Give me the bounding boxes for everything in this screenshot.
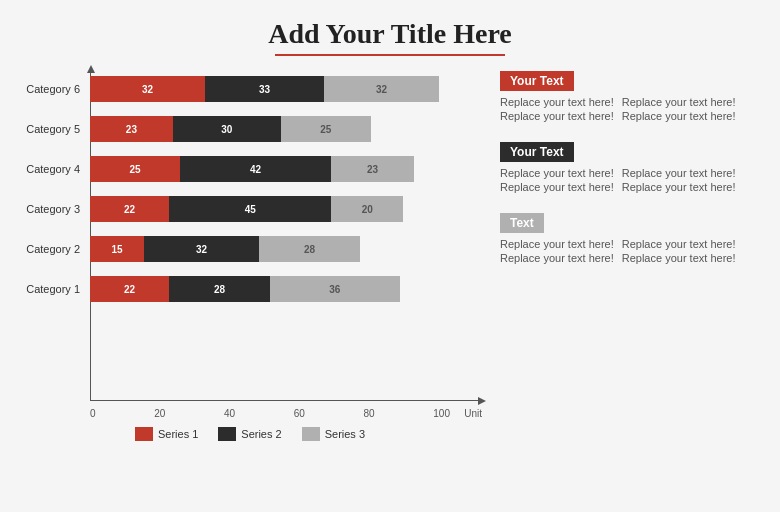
replace-text: Replace your text here!	[622, 252, 736, 264]
page-container: Add Your Title Here Category 6323332Cate…	[0, 0, 780, 512]
bar-group: 323332	[90, 76, 439, 102]
bar-segment-s3: 23	[331, 156, 414, 182]
x-axis-label: 80	[364, 408, 375, 419]
x-axis-label: 60	[294, 408, 305, 419]
bar-segment-s1: 25	[90, 156, 180, 182]
replace-text: Replace your text here!	[622, 238, 736, 250]
replace-text: Replace your text here!	[500, 252, 614, 264]
chart-area: Category 6323332Category 5233025Category…	[20, 71, 480, 441]
text-row: Replace your text here!Replace your text…	[500, 96, 770, 108]
legend-item: Series 1	[135, 427, 198, 441]
replace-text: Replace your text here!	[622, 96, 736, 108]
replace-text: Replace your text here!	[622, 167, 736, 179]
bar-group: 153228	[90, 236, 360, 262]
x-axis-label: 0	[90, 408, 96, 419]
bar-segment-s2: 30	[173, 116, 281, 142]
legend-item: Series 2	[218, 427, 281, 441]
bar-group: 224520	[90, 196, 403, 222]
bar-segment-s1: 15	[90, 236, 144, 262]
bar-category-label: Category 4	[20, 156, 88, 182]
legend: Series 1Series 2Series 3	[20, 427, 410, 441]
page-title: Add Your Title Here	[0, 18, 780, 50]
bar-segment-s3: 36	[270, 276, 400, 302]
bar-segment-s3: 25	[281, 116, 371, 142]
text-badge: Your Text	[500, 142, 574, 162]
bar-row: Category 2153228	[90, 236, 480, 262]
replace-text: Replace your text here!	[500, 238, 614, 250]
bar-category-label: Category 2	[20, 236, 88, 262]
replace-text: Replace your text here!	[500, 181, 614, 193]
x-axis-label: 20	[154, 408, 165, 419]
bar-category-label: Category 6	[20, 76, 88, 102]
text-badge: Text	[500, 213, 544, 233]
bar-row: Category 3224520	[90, 196, 480, 222]
unit-label: Unit	[464, 408, 482, 419]
content-area: Category 6323332Category 5233025Category…	[0, 66, 780, 441]
bar-segment-s3: 20	[331, 196, 403, 222]
legend-label: Series 2	[241, 428, 281, 440]
text-block: TextReplace your text here!Replace your …	[500, 213, 770, 266]
legend-label: Series 1	[158, 428, 198, 440]
bar-segment-s1: 23	[90, 116, 173, 142]
right-panel: Your TextReplace your text here!Replace …	[480, 71, 770, 441]
bar-row: Category 5233025	[90, 116, 480, 142]
bar-segment-s1: 32	[90, 76, 205, 102]
bar-group: 254223	[90, 156, 414, 182]
replace-text: Replace your text here!	[622, 181, 736, 193]
bars-container: Category 6323332Category 5233025Category…	[90, 71, 480, 308]
replace-text: Replace your text here!	[622, 110, 736, 122]
legend-label: Series 3	[325, 428, 365, 440]
bar-segment-s2: 42	[180, 156, 331, 182]
bar-segment-s2: 28	[169, 276, 270, 302]
text-row: Replace your text here!Replace your text…	[500, 181, 770, 193]
text-block: Your TextReplace your text here!Replace …	[500, 142, 770, 195]
legend-color-box	[302, 427, 320, 441]
bar-segment-s2: 45	[169, 196, 331, 222]
bar-row: Category 1222836	[90, 276, 480, 302]
title-underline	[275, 54, 505, 56]
bar-segment-s1: 22	[90, 196, 169, 222]
bar-group: 233025	[90, 116, 371, 142]
text-row: Replace your text here!Replace your text…	[500, 238, 770, 250]
bar-segment-s2: 33	[205, 76, 324, 102]
legend-item: Series 3	[302, 427, 365, 441]
bar-row: Category 6323332	[90, 76, 480, 102]
text-row: Replace your text here!Replace your text…	[500, 167, 770, 179]
bar-row: Category 4254223	[90, 156, 480, 182]
x-axis	[90, 400, 480, 401]
text-row: Replace your text here!Replace your text…	[500, 252, 770, 264]
bar-group: 222836	[90, 276, 400, 302]
x-axis-label: 40	[224, 408, 235, 419]
bar-segment-s2: 32	[144, 236, 259, 262]
text-block: Your TextReplace your text here!Replace …	[500, 71, 770, 124]
replace-text: Replace your text here!	[500, 96, 614, 108]
legend-color-box	[218, 427, 236, 441]
bar-segment-s3: 32	[324, 76, 439, 102]
bar-category-label: Category 5	[20, 116, 88, 142]
x-axis-labels: 020406080100	[90, 408, 450, 419]
bar-segment-s3: 28	[259, 236, 360, 262]
bar-segment-s1: 22	[90, 276, 169, 302]
title-area: Add Your Title Here	[0, 0, 780, 56]
bar-category-label: Category 1	[20, 276, 88, 302]
replace-text: Replace your text here!	[500, 110, 614, 122]
replace-text: Replace your text here!	[500, 167, 614, 179]
bar-category-label: Category 3	[20, 196, 88, 222]
legend-color-box	[135, 427, 153, 441]
text-badge: Your Text	[500, 71, 574, 91]
x-axis-label: 100	[433, 408, 450, 419]
text-row: Replace your text here!Replace your text…	[500, 110, 770, 122]
